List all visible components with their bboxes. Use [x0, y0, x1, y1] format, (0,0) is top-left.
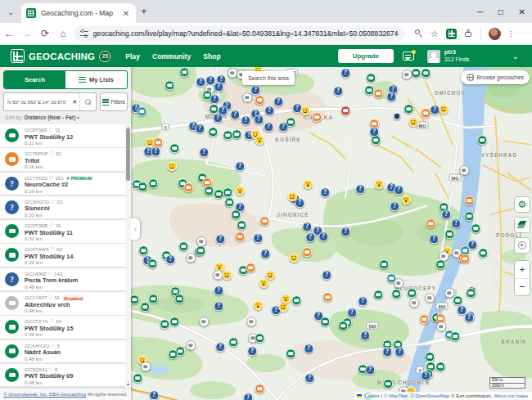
cache-marker-d[interactable]	[401, 195, 411, 204]
cache-marker-m[interactable]: ?	[421, 371, 431, 380]
cache-marker-m[interactable]: ?	[199, 147, 209, 157]
browser-tab[interactable]: Geocaching.com - Map ✕	[21, 3, 136, 23]
search-this-area-button[interactable]: Search this area	[242, 71, 295, 85]
cache-marker-o[interactable]	[464, 196, 474, 205]
cache-marker-m[interactable]: ?	[151, 146, 160, 156]
cache-marker-m[interactable]: ?	[215, 342, 225, 352]
cache-marker-t[interactable]	[435, 259, 445, 269]
cache-marker-t[interactable]	[224, 197, 234, 207]
cache-marker-r[interactable]	[340, 106, 350, 115]
cache-marker-c[interactable]	[444, 288, 454, 298]
cache-marker-m[interactable]: ?	[360, 330, 370, 340]
user-info[interactable]: ptr3 312 Finds	[444, 49, 470, 63]
cache-marker-t[interactable]	[148, 294, 158, 303]
cache-marker-d[interactable]	[255, 135, 264, 145]
cache-marker-d[interactable]	[253, 300, 263, 310]
cache-marker-t[interactable]	[231, 209, 241, 219]
chrome-menu-icon[interactable]: ⋮	[504, 29, 517, 38]
cache-marker-t[interactable]	[466, 288, 476, 298]
cache-list-item[interactable]: GC9T3EB ♡ 16 PWT Stodůlky 11 0.32 km	[0, 220, 131, 243]
cache-marker-c[interactable]	[186, 253, 196, 263]
cache-marker-m[interactable]: ?	[302, 222, 312, 231]
cache-marker-t[interactable]	[169, 143, 179, 153]
cache-marker-c[interactable]	[199, 317, 209, 326]
cache-marker-t[interactable]	[147, 258, 157, 268]
cache-list-item[interactable]: ? GC2408Z ♡ 141 Pocta Trem kralum 0.48 k…	[0, 268, 131, 291]
nav-play[interactable]: Play	[125, 52, 140, 61]
tab-close-icon[interactable]: ✕	[121, 9, 131, 18]
osm-link[interactable]: © OpenStreetMap	[411, 393, 450, 398]
cache-marker-s[interactable]	[439, 104, 449, 114]
cache-marker-s[interactable]	[278, 302, 288, 312]
search-submit-button[interactable]	[79, 93, 96, 110]
cache-marker-c[interactable]	[242, 92, 252, 102]
cache-marker-t[interactable]	[209, 104, 219, 114]
cache-marker-t[interactable]	[478, 248, 488, 258]
messages-icon[interactable]	[403, 52, 414, 61]
zoom-in-button[interactable]: +	[515, 261, 530, 279]
cache-marker-m[interactable]: ?	[250, 85, 260, 95]
cache-marker-c[interactable]	[196, 236, 206, 246]
cache-marker-c[interactable]	[425, 293, 435, 303]
cache-marker-t[interactable]	[464, 211, 474, 221]
cache-marker-t[interactable]	[140, 302, 150, 312]
cache-marker-t[interactable]	[421, 68, 431, 78]
cache-marker-s[interactable]	[287, 191, 297, 201]
cache-marker-c[interactable]	[394, 278, 404, 288]
cache-marker-o[interactable]	[302, 247, 312, 257]
header-chevron-down-icon[interactable]: ⌄	[512, 52, 519, 61]
cache-marker-t[interactable]	[131, 294, 139, 304]
cache-marker-t[interactable]	[223, 187, 232, 197]
cache-marker-m[interactable]: ?	[394, 185, 404, 195]
list-scrollbar[interactable]: ▲ ▼	[125, 124, 131, 388]
cache-marker-m[interactable]: ?	[149, 390, 159, 400]
cache-marker-t[interactable]	[232, 129, 241, 139]
cache-marker-t[interactable]	[338, 321, 348, 330]
chrome-profile-avatar[interactable]	[489, 28, 501, 40]
cache-marker-m[interactable]: ?	[320, 187, 330, 197]
cache-marker-o[interactable]	[322, 292, 332, 302]
groundspeak-link[interactable]: © Groundspeak, Inc. DBA Geocaching	[3, 392, 86, 397]
cache-marker-t[interactable]	[453, 295, 462, 305]
extensions-puzzle-icon[interactable]	[460, 29, 476, 38]
cache-list-item[interactable]: GC9T3EF ♡ 11 PWT Stodůlky 12 0.11 km	[0, 124, 131, 147]
map-layers-button[interactable]	[514, 217, 530, 233]
cache-marker-m[interactable]: ?	[358, 296, 367, 306]
cache-marker-t[interactable]	[450, 331, 460, 341]
cache-marker-m[interactable]: ?	[394, 347, 404, 357]
user-avatar[interactable]	[427, 50, 440, 63]
cache-list-item[interactable]: GC1Y847 ♡ 51Disabled Albrechtuv vrch 0.4…	[0, 292, 131, 315]
cache-marker-m[interactable]: ?	[264, 122, 273, 132]
zoom-page-icon[interactable]	[410, 29, 426, 38]
cache-marker-o[interactable]	[255, 384, 264, 393]
cache-marker-m[interactable]: ?	[347, 308, 357, 317]
scroll-down-icon[interactable]: ▼	[125, 382, 131, 387]
cache-marker-m[interactable]: ?	[214, 301, 223, 311]
cache-marker-c[interactable]	[402, 70, 412, 79]
cache-marker-m[interactable]: ?	[355, 184, 365, 194]
cache-marker-t[interactable]	[223, 130, 232, 140]
cache-marker-d[interactable]	[235, 186, 245, 196]
forward-button[interactable]: →	[18, 28, 36, 39]
cache-marker-m[interactable]: ?	[386, 92, 396, 101]
cache-marker-m[interactable]: ?	[254, 115, 264, 124]
cache-marker-c[interactable]	[459, 165, 469, 175]
cache-marker-s[interactable]	[289, 253, 299, 263]
cache-marker-m[interactable]: ?	[322, 270, 331, 280]
cache-marker-t[interactable]	[165, 80, 174, 90]
cache-marker-c[interactable]	[141, 362, 151, 371]
cache-marker-t[interactable]	[444, 229, 454, 239]
cache-marker-c[interactable]	[246, 317, 256, 326]
cache-marker-t[interactable]	[179, 67, 189, 77]
cache-marker-m[interactable]: ?	[340, 68, 350, 78]
cache-marker-m[interactable]: ?	[214, 285, 223, 295]
cache-marker-m[interactable]: ?	[241, 115, 250, 125]
browse-geocaches-button[interactable]: Browse geocaches	[461, 70, 530, 84]
cache-marker-o[interactable]	[235, 231, 245, 241]
cache-marker-t[interactable]	[204, 186, 214, 196]
cache-marker-t[interactable]	[425, 352, 435, 362]
cache-marker-t[interactable]	[160, 319, 169, 329]
cache-marker-o[interactable]	[460, 254, 470, 263]
cache-marker-t[interactable]	[373, 290, 383, 299]
cache-marker-o[interactable]	[183, 182, 193, 192]
